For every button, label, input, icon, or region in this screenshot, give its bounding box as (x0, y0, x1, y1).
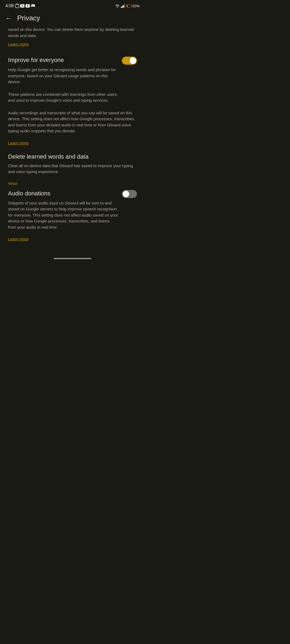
improve-toggle-knob (130, 57, 136, 64)
svg-rect-1 (16, 4, 18, 5)
improve-for-everyone-title: Improve for everyone (8, 57, 137, 64)
content-area: saved on this device. You can delete the… (0, 27, 145, 249)
improve-desc3-row: Audio recordings and transcripts of what… (8, 110, 137, 138)
status-left: 4:08 (5, 3, 35, 8)
learn-more-link-3[interactable]: Learn more (8, 237, 29, 241)
home-indicator (54, 258, 91, 259)
improve-for-everyone-section: Improve for everyone Help Google get bet… (8, 57, 137, 153)
audio-toggle-container (122, 190, 137, 199)
audio-donations-section: Audio donations Snippets of your audio i… (8, 190, 137, 250)
voice-category-label: Voice (8, 181, 137, 186)
improve-toggle-container (122, 57, 137, 66)
intro-text: saved on this device. You can delete the… (8, 27, 137, 39)
notification-icons (15, 4, 35, 8)
svg-rect-6 (121, 7, 122, 8)
audio-donations-title: Audio donations (8, 190, 137, 197)
improve-desc3: Audio recordings and transcripts of what… (8, 110, 137, 134)
audio-toggle-knob (123, 191, 129, 197)
svg-rect-0 (16, 4, 19, 8)
youtube-icon-2 (26, 4, 30, 8)
app-bar: ← Privacy (0, 11, 145, 27)
audio-donations-desc-block: Snippets of your audio input on Gboard w… (8, 200, 137, 234)
audio-toggle[interactable] (122, 190, 137, 198)
delete-section-title: Delete learned words and data (8, 153, 137, 160)
improve-desc1: Help Google get better at recognizing wo… (8, 67, 118, 85)
improve-desc1-row: Help Google get better at recognizing wo… (8, 67, 137, 89)
wifi-icon (115, 4, 120, 8)
improve-desc2-row: These patterns are combined with learnin… (8, 92, 137, 107)
audio-donations-desc-row: Snippets of your audio input on Gboard w… (8, 200, 137, 234)
signal-icon (121, 4, 125, 8)
svg-rect-7 (122, 6, 123, 8)
improve-toggle[interactable] (122, 57, 137, 65)
back-button[interactable]: ← (5, 14, 12, 22)
learn-more-link-1[interactable]: Learn more (8, 42, 29, 46)
status-right: 20% (115, 4, 140, 8)
delete-section-body: Clear all on-device data that Gboard has… (8, 163, 137, 175)
bottom-nav-bar (0, 255, 145, 262)
svg-rect-9 (124, 4, 125, 8)
improve-desc1-block: Help Google get better at recognizing wo… (8, 67, 137, 89)
delete-section: Delete learned words and data Clear all … (8, 153, 137, 175)
status-bar: 4:08 (0, 0, 145, 11)
improve-desc2: These patterns are combined with learnin… (8, 92, 118, 104)
youtube-icon-1 (20, 4, 24, 8)
status-time: 4:08 (5, 3, 14, 8)
discord-icon (31, 4, 35, 8)
svg-rect-8 (123, 5, 124, 8)
audio-donations-desc: Snippets of your audio input on Gboard w… (8, 200, 118, 230)
battery-percentage: 20% (133, 4, 140, 8)
battery-icon (126, 5, 132, 8)
page-title: Privacy (17, 14, 40, 22)
learn-more-link-2[interactable]: Learn more (8, 141, 29, 145)
improve-desc2-block: These patterns are combined with learnin… (8, 92, 137, 107)
clipboard-icon (15, 4, 19, 8)
improve-desc3-block: Audio recordings and transcripts of what… (8, 110, 137, 138)
